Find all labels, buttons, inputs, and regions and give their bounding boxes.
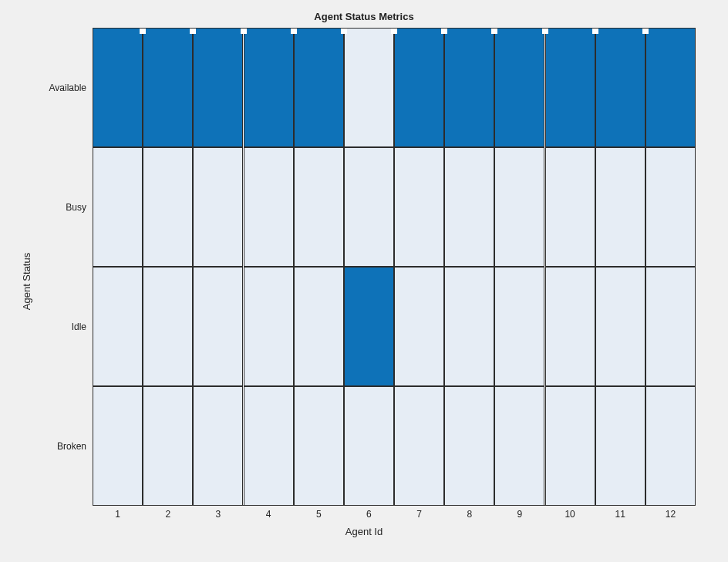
heatmap-cell xyxy=(645,386,696,506)
heatmap-cell xyxy=(143,267,193,386)
heatmap-cell xyxy=(244,267,294,386)
heatmap-cell xyxy=(93,147,143,267)
x-tick-label: 7 xyxy=(416,509,422,520)
heatmap-cell xyxy=(494,28,544,147)
x-tick-label: 6 xyxy=(366,509,372,520)
heatmap-cell xyxy=(645,28,696,147)
bar-gap xyxy=(592,28,598,34)
heatmap-cell xyxy=(294,28,344,147)
x-axis-label: Agent Id xyxy=(0,526,728,537)
heatmap-cell xyxy=(93,386,143,506)
heatmap-cell xyxy=(394,267,444,386)
bar-gap xyxy=(491,28,497,34)
heatmap-cell xyxy=(244,386,294,506)
y-tick-label: Available xyxy=(2,82,86,93)
x-tick-label: 4 xyxy=(266,509,271,520)
y-tick-label: Busy xyxy=(2,202,86,213)
heatmap-cell xyxy=(193,28,243,147)
heatmap-cell xyxy=(143,147,193,267)
heatmap-cell xyxy=(93,28,143,147)
bar-gap xyxy=(542,28,548,34)
x-tick-label: 11 xyxy=(615,509,625,520)
bar-gap xyxy=(391,28,397,34)
heatmap-cell xyxy=(545,386,595,506)
heatmap-cell xyxy=(344,147,394,267)
heatmap-cell xyxy=(494,267,544,386)
heatmap-cell xyxy=(294,147,344,267)
heatmap-cell xyxy=(595,267,645,386)
heatmap-cell xyxy=(545,267,595,386)
heatmap-cell xyxy=(394,386,444,506)
x-tick-label: 10 xyxy=(565,509,575,520)
heatmap-cell xyxy=(344,28,394,147)
bar-gap xyxy=(140,28,146,34)
heatmap-cell xyxy=(244,28,294,147)
heatmap-cell xyxy=(193,147,243,267)
heatmap-cell xyxy=(494,386,544,506)
x-tick-label: 9 xyxy=(517,509,523,520)
bar-gap xyxy=(441,28,447,34)
plot-area xyxy=(93,28,696,506)
x-tick-label: 1 xyxy=(115,509,120,520)
heatmap-cell xyxy=(494,147,544,267)
heatmap-cell xyxy=(244,147,294,267)
bar-gap xyxy=(241,28,247,34)
heatmap-cell xyxy=(444,267,494,386)
y-axis-label: Agent Status xyxy=(21,252,32,309)
heatmap-grid xyxy=(93,28,696,506)
heatmap-cell xyxy=(545,147,595,267)
heatmap-cell xyxy=(545,28,595,147)
bar-gap xyxy=(291,28,297,34)
heatmap-cell xyxy=(444,386,494,506)
heatmap-cell xyxy=(344,386,394,506)
bar-gap xyxy=(190,28,196,34)
heatmap-cell xyxy=(444,147,494,267)
chart-title: Agent Status Metrics xyxy=(0,11,728,22)
heatmap-cell xyxy=(394,147,444,267)
heatmap-cell xyxy=(645,267,696,386)
heatmap-cell xyxy=(93,267,143,386)
x-tick-label: 12 xyxy=(666,509,676,520)
bar-gap xyxy=(341,28,347,34)
bar-gap xyxy=(642,28,649,34)
heatmap-cell xyxy=(294,267,344,386)
heatmap-cell xyxy=(595,386,645,506)
x-tick-label: 8 xyxy=(467,509,472,520)
heatmap-cell xyxy=(294,386,344,506)
heatmap-cell xyxy=(595,147,645,267)
x-tick-label: 5 xyxy=(316,509,322,520)
heatmap-cell xyxy=(143,386,193,506)
heatmap-cell xyxy=(143,28,193,147)
heatmap-cell xyxy=(645,147,696,267)
figure: Agent Status Metrics Agent Status Availa… xyxy=(0,0,728,562)
heatmap-cell xyxy=(444,28,494,147)
x-tick-label: 2 xyxy=(165,509,170,520)
heatmap-cell xyxy=(193,267,243,386)
x-tick-label: 3 xyxy=(216,509,221,520)
heatmap-cell xyxy=(595,28,645,147)
y-tick-label: Idle xyxy=(2,321,86,332)
y-tick-label: Broken xyxy=(2,441,86,452)
heatmap-cell xyxy=(193,386,243,506)
heatmap-cell xyxy=(394,28,444,147)
heatmap-cell xyxy=(344,267,394,386)
